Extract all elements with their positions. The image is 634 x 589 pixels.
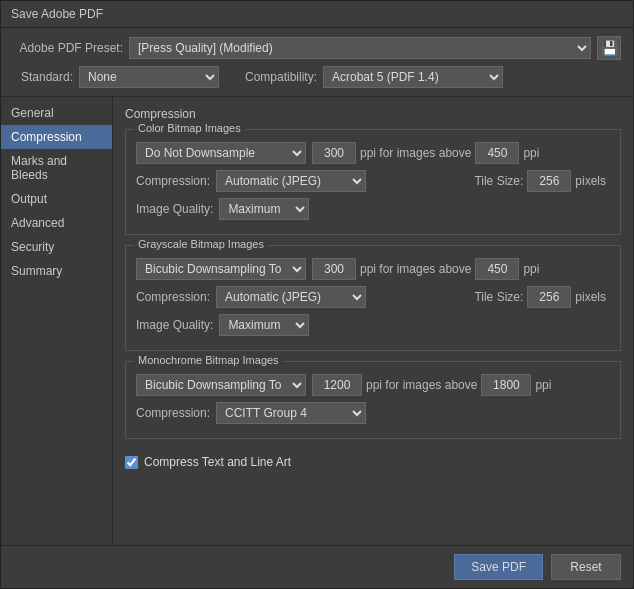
content-area: Compression Color Bitmap Images Do Not D…	[113, 97, 633, 545]
sidebar-item-marks-and-bleeds[interactable]: Marks and Bleeds	[1, 149, 112, 187]
window-title: Save Adobe PDF	[11, 7, 103, 21]
mono-ppi-input[interactable]	[312, 374, 362, 396]
color-tile-input[interactable]	[527, 170, 571, 192]
save-pdf-button[interactable]: Save PDF	[454, 554, 543, 580]
color-bitmap-title: Color Bitmap Images	[134, 122, 245, 134]
mono-ppi-above-label: ppi for images above	[366, 378, 477, 392]
sidebar-item-security[interactable]: Security	[1, 235, 112, 259]
save-preset-icon[interactable]: 💾	[597, 36, 621, 60]
sidebar-item-advanced[interactable]: Advanced	[1, 211, 112, 235]
color-quality-row: Image Quality: Maximum High Medium Low M…	[136, 198, 610, 220]
color-tile-group: Tile Size: pixels	[470, 170, 610, 192]
mono-ppi-above-input[interactable]	[481, 374, 531, 396]
compress-text-label: Compress Text and Line Art	[144, 455, 291, 469]
grayscale-bitmap-group: Grayscale Bitmap Images Bicubic Downsamp…	[125, 245, 621, 351]
gray-sampling-select[interactable]: Bicubic Downsampling To Average Downsamp…	[136, 258, 306, 280]
standard-select[interactable]: None	[79, 66, 219, 88]
compress-text-row: Compress Text and Line Art	[125, 449, 621, 471]
gray-ppi-input[interactable]	[312, 258, 356, 280]
sidebar-item-output[interactable]: Output	[1, 187, 112, 211]
compatibility-select[interactable]: Acrobat 5 (PDF 1.4)	[323, 66, 503, 88]
mono-compression-label: Compression:	[136, 406, 210, 420]
gray-quality-select[interactable]: Maximum High Medium Low Minimum	[219, 314, 309, 336]
color-compression-label: Compression:	[136, 174, 210, 188]
gray-sampling-row: Bicubic Downsampling To Average Downsamp…	[136, 258, 610, 280]
color-tile-label: Tile Size:	[474, 174, 523, 188]
section-title: Compression	[125, 107, 621, 121]
color-sampling-row: Do Not Downsample Average Downsampling T…	[136, 142, 610, 164]
monochrome-bitmap-group: Monochrome Bitmap Images Bicubic Downsam…	[125, 361, 621, 439]
mono-compression-select[interactable]: CCITT Group 4 CCITT Group 3 ZIP None	[216, 402, 366, 424]
color-compression-select[interactable]: Automatic (JPEG) None JPEG ZIP	[216, 170, 366, 192]
gray-ppi-unit: ppi	[523, 262, 539, 276]
gray-quality-row: Image Quality: Maximum High Medium Low M…	[136, 314, 610, 336]
gray-compression-select[interactable]: Automatic (JPEG) None JPEG ZIP	[216, 286, 366, 308]
color-ppi-input[interactable]	[312, 142, 356, 164]
mono-compression-row: Compression: CCITT Group 4 CCITT Group 3…	[136, 402, 610, 424]
gray-compression-row: Compression: Automatic (JPEG) None JPEG …	[136, 286, 610, 308]
sidebar-item-compression[interactable]: Compression	[1, 125, 112, 149]
main-content: General Compression Marks and Bleeds Out…	[1, 97, 633, 545]
mono-sampling-row: Bicubic Downsampling To Average Downsamp…	[136, 374, 610, 396]
mono-ppi-unit: ppi	[535, 378, 551, 392]
color-compression-row: Compression: Automatic (JPEG) None JPEG …	[136, 170, 610, 192]
monochrome-bitmap-title: Monochrome Bitmap Images	[134, 354, 283, 366]
bottom-bar: Save PDF Reset	[1, 545, 633, 588]
color-sampling-select[interactable]: Do Not Downsample Average Downsampling T…	[136, 142, 306, 164]
preset-label: Adobe PDF Preset:	[13, 41, 123, 55]
sidebar-item-general[interactable]: General	[1, 101, 112, 125]
mono-sampling-select[interactable]: Bicubic Downsampling To Average Downsamp…	[136, 374, 306, 396]
preset-row: Adobe PDF Preset: [Press Quality] (Modif…	[13, 36, 621, 60]
compress-text-checkbox[interactable]	[125, 456, 138, 469]
std-compat-row: Standard: None Compatibility: Acrobat 5 …	[13, 66, 621, 88]
preset-select[interactable]: [Press Quality] (Modified)	[129, 37, 591, 59]
color-quality-select[interactable]: Maximum High Medium Low Minimum	[219, 198, 309, 220]
title-bar: Save Adobe PDF	[1, 1, 633, 28]
color-quality-label: Image Quality:	[136, 202, 213, 216]
gray-tile-group: Tile Size: pixels	[470, 286, 610, 308]
standard-label: Standard:	[13, 70, 73, 84]
top-bar: Adobe PDF Preset: [Press Quality] (Modif…	[1, 28, 633, 97]
color-tile-unit: pixels	[575, 174, 606, 188]
color-bitmap-group: Color Bitmap Images Do Not Downsample Av…	[125, 129, 621, 235]
gray-compression-label: Compression:	[136, 290, 210, 304]
color-ppi-above-label: ppi for images above	[360, 146, 471, 160]
gray-tile-unit: pixels	[575, 290, 606, 304]
gray-tile-input[interactable]	[527, 286, 571, 308]
compatibility-label: Compatibility:	[227, 70, 317, 84]
color-ppi-above-input[interactable]	[475, 142, 519, 164]
color-ppi-unit: ppi	[523, 146, 539, 160]
grayscale-bitmap-title: Grayscale Bitmap Images	[134, 238, 268, 250]
main-window: Save Adobe PDF Adobe PDF Preset: [Press …	[0, 0, 634, 589]
sidebar-item-summary[interactable]: Summary	[1, 259, 112, 283]
gray-quality-label: Image Quality:	[136, 318, 213, 332]
reset-button[interactable]: Reset	[551, 554, 621, 580]
gray-tile-label: Tile Size:	[474, 290, 523, 304]
sidebar: General Compression Marks and Bleeds Out…	[1, 97, 113, 545]
gray-ppi-above-label: ppi for images above	[360, 262, 471, 276]
gray-ppi-above-input[interactable]	[475, 258, 519, 280]
